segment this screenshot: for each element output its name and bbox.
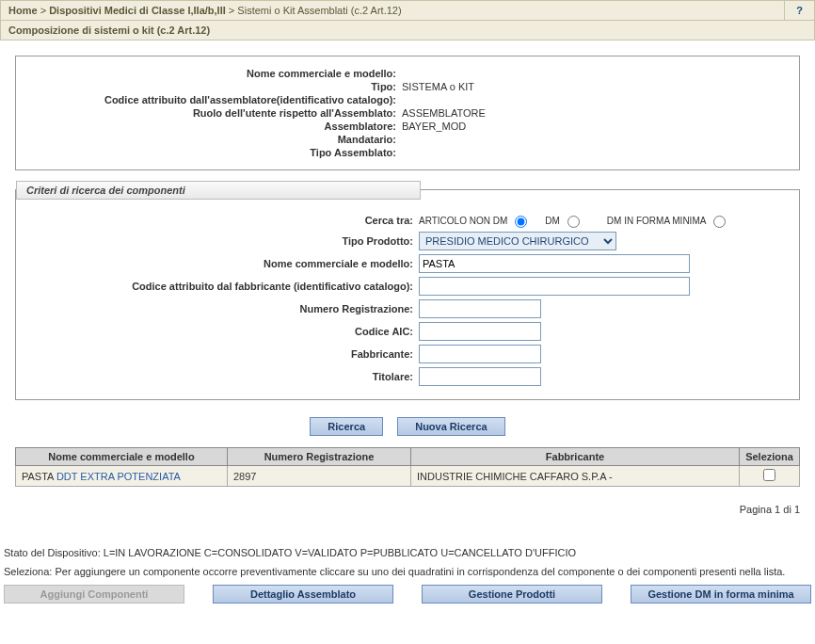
label-ruolo-utente: Ruolo dell'utente rispetto all'Assemblat… (24, 107, 400, 119)
label-tipo: Tipo: (24, 81, 400, 92)
col-fabbricante: Fabbricante (411, 448, 740, 466)
radio-label-articolo: ARTICOLO NON DM (419, 216, 507, 226)
status-legend: Stato del Dispositivo: L=IN LAVORAZIONE … (0, 547, 815, 558)
help-icon[interactable]: ? (784, 1, 814, 20)
value-tipo-assemblato (400, 147, 402, 158)
label-codice-aic: Codice AIC: (24, 326, 419, 337)
criteri-legend: Criteri di ricerca dei componenti (16, 181, 421, 200)
page-title: Composizione di sistemi o kit (c.2 Art.1… (0, 21, 815, 40)
cell-nome-prefix: PASTA (22, 471, 56, 482)
col-nome: Nome commerciale e modello (16, 448, 228, 466)
input-numero-registrazione[interactable] (419, 299, 541, 318)
table-row: PASTA DDT EXTRA POTENZIATA 2897 INDUSTRI… (16, 466, 800, 487)
value-codice-catalogo (400, 94, 402, 105)
label-mandatario: Mandatario: (24, 134, 400, 145)
radio-dm-forma-minima[interactable] (713, 216, 726, 228)
label-assemblatore: Assemblatore: (24, 121, 400, 132)
radio-dm[interactable] (567, 216, 580, 228)
value-assemblatore: BAYER_MOD (400, 121, 466, 132)
select-tipo-prodotto[interactable]: PRESIDIO MEDICO CHIRURGICO (419, 232, 616, 250)
cell-fabbricante: INDUSTRIE CHIMICHE CAFFARO S.P.A - (411, 466, 740, 487)
label-fabbricante: Fabbricante: (24, 348, 419, 360)
gestione-dm-minima-button[interactable]: Gestione DM in forma minima (631, 585, 811, 604)
breadcrumb-sep2: > (229, 5, 234, 16)
breadcrumb-sep1: > (40, 5, 46, 16)
pager: Pagina 1 di 1 (15, 504, 800, 515)
breadcrumb: Home > Dispositivi Medici di Classe I,II… (0, 0, 815, 21)
input-codice-aic[interactable] (419, 322, 541, 341)
gestione-prodotti-button[interactable]: Gestione Prodotti (422, 585, 602, 604)
label-codice-catalogo: Codice attribuito dall'assemblatore(iden… (24, 94, 400, 105)
breadcrumb-level1[interactable]: Dispositivi Medici di Classe I,IIa/b,III (49, 5, 226, 16)
ricerca-button[interactable]: Ricerca (310, 417, 383, 436)
label-numero-reg: Numero Registrazione: (24, 303, 419, 314)
nuova-ricerca-button[interactable]: Nuova Ricerca (397, 417, 504, 436)
value-mandatario (400, 134, 402, 145)
input-fabbricante[interactable] (419, 345, 541, 363)
criteri-fieldset: Criteri di ricerca dei componenti Cerca … (15, 189, 800, 400)
cell-nome-link[interactable]: DDT EXTRA POTENZIATA (56, 471, 181, 482)
label-codice-fabbricante: Codice attribuito dal fabbricante (ident… (24, 281, 419, 292)
radio-label-dm: DM (545, 216, 560, 226)
radio-articolo-non-dm[interactable] (515, 216, 527, 228)
input-nome-commerciale[interactable] (419, 254, 690, 273)
col-numero: Numero Registrazione (228, 448, 411, 466)
label-tipo-prodotto: Tipo Prodotto: (24, 235, 419, 247)
label-titolare: Titolare: (24, 371, 419, 382)
breadcrumb-current: Sistemi o Kit Assemblati (c.2 Art.12) (237, 5, 401, 16)
label-tipo-assemblato: Tipo Assemblato: (24, 147, 400, 158)
label-cerca-tra: Cerca tra: (24, 215, 419, 226)
label-nome-comm: Nome commerciale e modello: (24, 258, 419, 269)
dettaglio-assemblato-button[interactable]: Dettaglio Assemblato (213, 585, 393, 604)
label-nome-commerciale: Nome commerciale e modello: (24, 68, 400, 79)
value-nome-commerciale (400, 68, 402, 79)
input-codice-fabbricante[interactable] (419, 277, 690, 296)
breadcrumb-home[interactable]: Home (8, 5, 38, 16)
input-titolare[interactable] (419, 367, 541, 386)
row-select-checkbox[interactable] (763, 469, 775, 481)
radio-label-dm-minima: DM IN FORMA MINIMA (607, 216, 707, 226)
results-table: Nome commerciale e modello Numero Regist… (15, 447, 800, 487)
info-box: Nome commerciale e modello: Tipo: SISTEM… (15, 56, 800, 170)
value-tipo: SISTEMA o KIT (400, 81, 474, 92)
cell-numero: 2897 (228, 466, 411, 487)
col-seleziona: Seleziona (740, 448, 800, 466)
value-ruolo-utente: ASSEMBLATORE (400, 107, 486, 119)
aggiungi-componenti-button: Aggiungi Componenti (4, 585, 184, 604)
seleziona-hint: Seleziona: Per aggiungere un componente … (0, 566, 815, 577)
